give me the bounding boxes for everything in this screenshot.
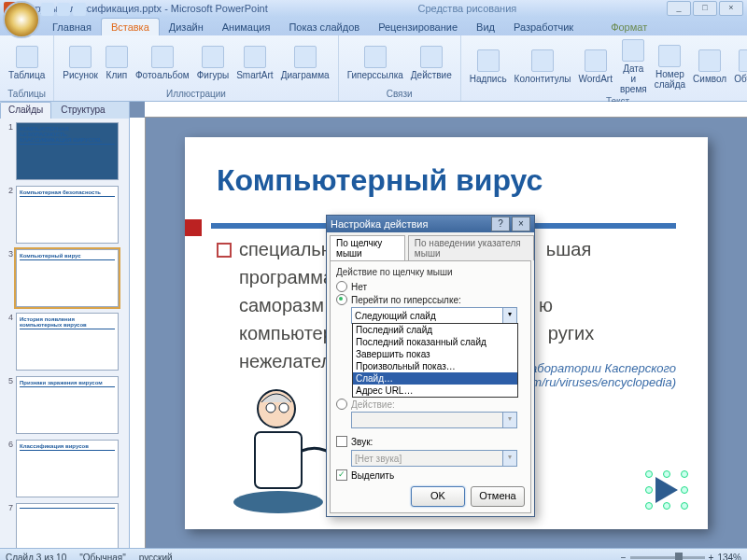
- thumbnail-1[interactable]: 1КОМПЬЮТЕРНАЯ БЕЗОПАСНОСТЬ. КЛАССИФИКАЦИ…: [4, 122, 125, 180]
- ribbon-clip[interactable]: Клип: [103, 44, 131, 82]
- ribbon-chart[interactable]: Диаграмма: [278, 44, 332, 82]
- chevron-down-icon[interactable]: ▾: [502, 308, 516, 323]
- qat-undo-icon[interactable]: [57, 3, 70, 16]
- status-slide-number[interactable]: Слайд 3 из 10: [6, 553, 66, 561]
- shapes-icon: [202, 46, 224, 68]
- slide-title[interactable]: Компьютерный вирус: [217, 163, 676, 198]
- hyperlink-icon: [364, 46, 387, 68]
- headerfooter-icon: [531, 49, 554, 72]
- ok-button[interactable]: OK: [411, 486, 465, 507]
- bullet-icon: [217, 243, 232, 258]
- ribbon-tabs: ГлавнаяВставкаДизайнАнимацияПоказ слайдо…: [0, 17, 747, 35]
- ribbon-shapes[interactable]: Фигуры: [194, 44, 232, 82]
- object-icon: [739, 49, 747, 72]
- ribbon-table[interactable]: Таблица: [6, 44, 48, 82]
- dialog-title: Настройка действия: [331, 218, 489, 230]
- dialog-titlebar[interactable]: Настройка действия ? ×: [327, 216, 534, 232]
- horizontal-ruler[interactable]: [145, 102, 747, 118]
- ribbon-object[interactable]: Объект: [731, 48, 747, 86]
- ribbon-datetime[interactable]: Дата и время: [617, 37, 650, 96]
- tab-Главная[interactable]: Главная: [43, 19, 101, 35]
- dialog-tab-click[interactable]: По щелчку мыши: [330, 235, 405, 260]
- radio-ole-action: [336, 399, 347, 410]
- status-language[interactable]: русский: [139, 553, 173, 561]
- accent-red-box: [185, 219, 202, 236]
- contextual-tools-label: Средства рисования: [399, 3, 535, 14]
- close-button[interactable]: ×: [719, 1, 743, 16]
- dropdown-item[interactable]: Последний показанный слайд: [353, 336, 517, 348]
- svg-point-8: [266, 403, 275, 413]
- picture-icon: [69, 46, 92, 68]
- status-theme[interactable]: "Обычная": [79, 553, 126, 561]
- ribbon-symbol[interactable]: Символ: [690, 48, 729, 86]
- thumbnails: 1КОМПЬЮТЕРНАЯ БЕЗОПАСНОСТЬ. КЛАССИФИКАЦИ…: [0, 119, 129, 548]
- chart-icon: [294, 46, 317, 68]
- slidenum-icon: [658, 45, 681, 67]
- sound-combo: [Нет звука]▾: [351, 450, 517, 467]
- action-shape-selected[interactable]: [648, 473, 685, 507]
- ribbon-headerfooter[interactable]: Колонтитулы: [512, 48, 574, 86]
- sound-checkbox[interactable]: [336, 436, 347, 447]
- ribbon-wordart[interactable]: WordArt: [575, 48, 615, 86]
- play-triangle-icon: [655, 477, 678, 503]
- tab-Разработчик[interactable]: Разработчик: [504, 19, 583, 35]
- vertical-ruler[interactable]: [130, 118, 146, 548]
- dialog-help-button[interactable]: ?: [491, 217, 510, 231]
- tab-Дизайн[interactable]: Дизайн: [160, 19, 213, 35]
- qat-redo-icon[interactable]: [73, 3, 86, 16]
- ribbon-hyperlink[interactable]: Гиперссылка: [345, 44, 406, 82]
- thumbnail-5[interactable]: 5Признаки заражения вирусом: [4, 376, 125, 434]
- zoom-in-icon[interactable]: +: [709, 553, 714, 561]
- tab-Рецензирование[interactable]: Рецензирование: [369, 19, 467, 35]
- ribbon-action[interactable]: Действие: [408, 44, 455, 82]
- tab-Показ слайдов[interactable]: Показ слайдов: [279, 19, 369, 35]
- thumbnail-3[interactable]: 3Компьютерный вирус: [4, 249, 125, 307]
- tab-outline[interactable]: Структура: [52, 102, 113, 119]
- tab-Вставка[interactable]: Вставка: [101, 18, 160, 35]
- ribbon-smartart[interactable]: SmartArt: [233, 44, 275, 82]
- thumbnail-4[interactable]: 4История появления компьютерных вирусов: [4, 313, 125, 371]
- office-button[interactable]: [3, 1, 40, 38]
- qat-save-icon[interactable]: [41, 3, 54, 16]
- wordart-icon: [585, 49, 607, 72]
- ole-action-combo: ▾: [351, 412, 517, 428]
- zoom-value[interactable]: 134%: [717, 553, 741, 561]
- dropdown-item[interactable]: Слайд…: [353, 372, 517, 385]
- dialog-close-button[interactable]: ×: [512, 217, 530, 231]
- thumbnail-2[interactable]: 2Компьютерная безопасность: [4, 186, 125, 244]
- thumbnail-7[interactable]: 7: [4, 503, 125, 548]
- tab-slides[interactable]: Слайды: [0, 102, 51, 119]
- svg-point-5: [233, 491, 323, 513]
- maximize-button[interactable]: □: [693, 1, 717, 16]
- quick-access-toolbar: [41, 3, 86, 16]
- dropdown-item[interactable]: Завершить показ: [353, 348, 517, 360]
- radio-none[interactable]: [336, 281, 347, 292]
- ribbon-picture[interactable]: Рисунок: [60, 44, 101, 82]
- cancel-button[interactable]: Отмена: [471, 486, 525, 507]
- dropdown-item[interactable]: Произвольный показ…: [353, 360, 517, 372]
- dropdown-item[interactable]: Последний слайд: [353, 324, 517, 336]
- combo-value: Следующий слайд: [355, 311, 436, 321]
- radio-hyperlink[interactable]: [336, 294, 347, 305]
- minimize-button[interactable]: _: [667, 1, 691, 16]
- ribbon-album[interactable]: Фотоальбом: [133, 44, 192, 82]
- tab-Вид[interactable]: Вид: [467, 19, 504, 35]
- hyperlink-combo[interactable]: Следующий слайд ▾ Последний слайдПоследн…: [351, 307, 517, 324]
- dialog-tab-hover[interactable]: По наведении указателя мыши: [408, 235, 534, 260]
- ribbon-slidenum[interactable]: Номер слайда: [652, 43, 688, 91]
- action-section-label: Действие по щелчку мыши: [336, 267, 525, 277]
- ribbon-textbox[interactable]: Надпись: [467, 48, 510, 86]
- zoom-slider[interactable]: [630, 556, 705, 559]
- zoom-control[interactable]: − + 134%: [621, 553, 741, 561]
- tab-format[interactable]: Формат: [601, 19, 656, 35]
- datetime-icon: [622, 39, 644, 62]
- highlight-checkbox[interactable]: ✓: [336, 469, 347, 481]
- titlebar: Вирусы. Классификация.pptx - Microsoft P…: [0, 0, 747, 17]
- zoom-out-icon[interactable]: −: [621, 553, 627, 561]
- dropdown-item[interactable]: Адрес URL…: [353, 385, 517, 397]
- smartart-icon: [244, 46, 266, 68]
- thumbnail-6[interactable]: 6Классификация вирусов: [4, 440, 125, 497]
- tab-Анимация[interactable]: Анимация: [213, 19, 280, 35]
- slide-panel: Слайды Структура 1КОМПЬЮТЕРНАЯ БЕЗОПАСНО…: [0, 102, 130, 548]
- statusbar: Слайд 3 из 10 "Обычная" русский − + 134%: [0, 548, 747, 560]
